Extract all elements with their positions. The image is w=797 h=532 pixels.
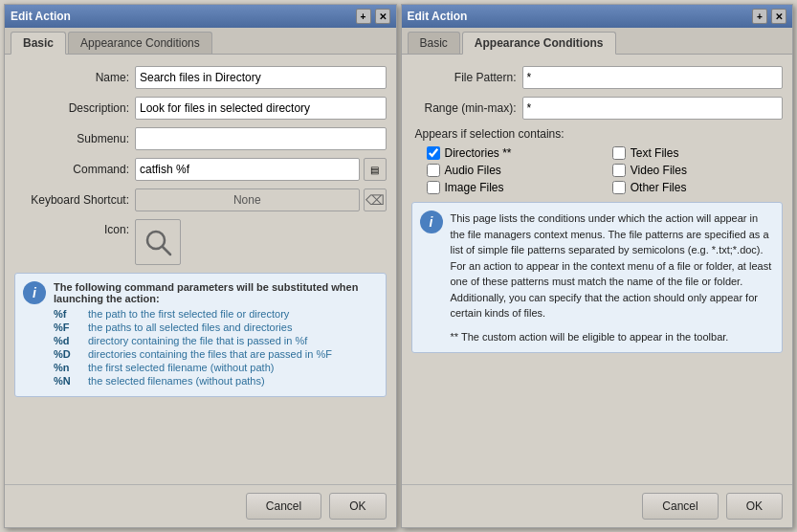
info-content-left: The following command parameters will be… [54, 281, 378, 388]
info-title-left: The following command parameters will be… [54, 281, 378, 304]
param-key-N: %N [54, 375, 80, 387]
browse-button[interactable]: ▤ [364, 158, 387, 181]
tab-basic-right[interactable]: Basic [408, 32, 460, 54]
info-icon-left: i [23, 281, 46, 304]
name-row: Name: [14, 66, 387, 89]
file-pattern-label: File Pattern: [411, 71, 517, 84]
image-files-checkbox-item: Image Files [427, 181, 597, 194]
param-key-d: %d [54, 335, 80, 346]
right-dialog-footer: Cancel OK [402, 484, 793, 527]
param-row-N: %N the selected filenames (without paths… [54, 375, 378, 387]
right-title-bar: Edit Action + ✕ [402, 5, 793, 28]
range-row: Range (min-max): [411, 97, 784, 120]
param-key-f: %f [54, 308, 80, 320]
range-input[interactable] [522, 97, 784, 120]
range-label: Range (min-max): [411, 101, 517, 115]
left-dialog-footer: Cancel OK [5, 484, 396, 527]
params-table: %f the path to the first selected file o… [54, 308, 378, 387]
right-close-button[interactable]: ✕ [771, 9, 786, 24]
left-dialog: Edit Action + ✕ Basic Appearance Conditi… [4, 4, 397, 528]
param-key-D: %D [54, 348, 80, 360]
info-content-right: This page lists the conditions under whi… [451, 211, 775, 344]
svg-line-1 [163, 247, 170, 255]
left-ok-button[interactable]: OK [329, 493, 386, 520]
directories-checkbox[interactable] [427, 146, 440, 160]
file-pattern-input[interactable] [522, 66, 784, 89]
video-files-checkbox-item: Video Files [612, 164, 783, 177]
left-title-bar: Edit Action + ✕ [5, 5, 396, 28]
right-title-buttons: + ✕ [752, 9, 786, 24]
param-key-n: %n [54, 362, 80, 373]
image-files-label: Image Files [445, 181, 504, 194]
command-input[interactable] [135, 158, 360, 181]
text-files-checkbox-item: Text Files [612, 146, 783, 160]
param-desc-F: the paths to all selected files and dire… [88, 321, 292, 333]
info-box-left: i The following command parameters will … [14, 273, 387, 397]
param-row-d: %d directory containing the file that is… [54, 335, 378, 346]
video-files-label: Video Files [631, 164, 687, 177]
param-row-f: %f the path to the first selected file o… [54, 308, 378, 320]
file-pattern-row: File Pattern: [411, 66, 784, 89]
left-dialog-title: Edit Action [11, 10, 71, 23]
shortcut-row: Keyboard Shortcut: None ⌫ [14, 188, 387, 211]
other-files-checkbox-item: Other Files [612, 181, 783, 194]
appears-section: Appears if selection contains: Directori… [411, 127, 784, 194]
command-row: Command: ▤ [14, 158, 387, 181]
left-title-buttons: + ✕ [356, 9, 390, 24]
icon-label: Icon: [14, 219, 129, 236]
param-row-D: %D directories containing the files that… [54, 348, 378, 360]
audio-files-checkbox-item: Audio Files [427, 164, 597, 177]
tab-basic-left[interactable]: Basic [11, 32, 66, 55]
directories-label: Directories ** [445, 146, 512, 160]
name-input[interactable] [135, 66, 387, 89]
param-row-F: %F the paths to all selected files and d… [54, 321, 378, 333]
param-desc-f: the path to the first selected file or d… [88, 308, 289, 320]
text-files-label: Text Files [631, 146, 679, 160]
image-files-checkbox[interactable] [427, 181, 440, 194]
left-tabs: Basic Appearance Conditions [5, 28, 396, 55]
right-tabs: Basic Appearance Conditions [402, 28, 793, 55]
shortcut-display[interactable]: None [135, 188, 360, 211]
submenu-label: Submenu: [14, 132, 129, 145]
text-files-checkbox[interactable] [612, 146, 626, 160]
param-key-F: %F [54, 321, 80, 333]
icon-button[interactable] [135, 219, 181, 265]
info-note-text: ** The custom action will be eligible to… [451, 329, 775, 345]
left-close-button[interactable]: ✕ [375, 9, 390, 24]
tab-appearance-left[interactable]: Appearance Conditions [68, 32, 212, 54]
other-files-label: Other Files [631, 181, 687, 194]
param-desc-n: the first selected filename (without pat… [88, 362, 274, 373]
right-dialog-title: Edit Action [408, 10, 468, 23]
param-row-n: %n the first selected filename (without … [54, 362, 378, 373]
command-label: Command: [14, 163, 129, 176]
description-input[interactable] [135, 97, 387, 120]
command-input-group: ▤ [135, 158, 387, 181]
checkbox-grid: Directories ** Text Files Audio Files Vi… [427, 146, 784, 194]
audio-files-label: Audio Files [445, 164, 501, 177]
param-desc-D: directories containing the files that ar… [88, 348, 332, 360]
right-cancel-button[interactable]: Cancel [642, 493, 718, 520]
appears-title: Appears if selection contains: [415, 127, 784, 141]
info-main-text: This page lists the conditions under whi… [451, 211, 775, 321]
left-cancel-button[interactable]: Cancel [246, 493, 321, 520]
param-desc-d: directory containing the file that is pa… [88, 335, 307, 346]
left-dialog-body: Name: Description: Submenu: Command: ▤ K… [5, 55, 396, 484]
audio-files-checkbox[interactable] [427, 164, 440, 177]
right-dialog: Edit Action + ✕ Basic Appearance Conditi… [401, 4, 794, 528]
info-icon-right: i [420, 211, 443, 233]
other-files-checkbox[interactable] [612, 181, 626, 194]
right-dialog-body: File Pattern: Range (min-max): Appears i… [402, 55, 793, 484]
left-plus-button[interactable]: + [356, 9, 371, 24]
right-ok-button[interactable]: OK [726, 493, 783, 520]
param-desc-N: the selected filenames (without paths) [88, 375, 265, 387]
clear-shortcut-button[interactable]: ⌫ [364, 188, 387, 211]
shortcut-label: Keyboard Shortcut: [14, 193, 129, 207]
shortcut-input-group: None ⌫ [135, 188, 387, 211]
tab-appearance-right[interactable]: Appearance Conditions [462, 32, 616, 55]
submenu-row: Submenu: [14, 127, 387, 150]
submenu-input[interactable] [135, 127, 387, 150]
icon-row: Icon: [14, 219, 387, 265]
info-box-right: i This page lists the conditions under w… [411, 202, 784, 353]
right-plus-button[interactable]: + [752, 9, 767, 24]
video-files-checkbox[interactable] [612, 164, 626, 177]
